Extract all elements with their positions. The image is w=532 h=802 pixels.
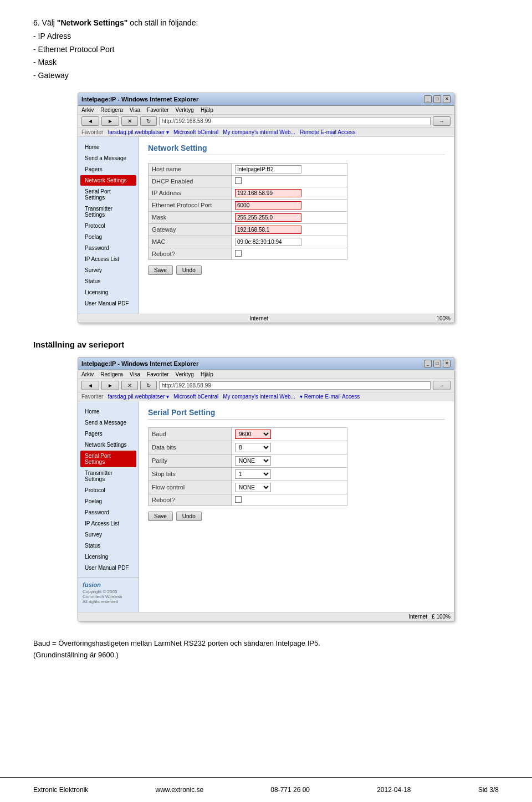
serial-menu-arkiv[interactable]: Arkiv bbox=[81, 371, 94, 377]
dhcp-checkbox[interactable] bbox=[235, 177, 242, 184]
ethernet-port-input[interactable] bbox=[235, 201, 301, 210]
serial-sidebar-network[interactable]: Network Settings bbox=[80, 440, 136, 450]
reboot-checkbox[interactable] bbox=[235, 250, 242, 257]
network-browser-body: Home Send a Message Pagers Network Setti… bbox=[78, 137, 454, 314]
serial-menu-redigera[interactable]: Redigera bbox=[100, 371, 123, 377]
sidebar-home[interactable]: Home bbox=[80, 142, 136, 152]
serial-refresh-button[interactable]: ↻ bbox=[140, 381, 157, 390]
sidebar-network-settings[interactable]: Network Settings bbox=[80, 175, 136, 186]
menu-redigera[interactable]: Redigera bbox=[100, 107, 123, 113]
serial-address-bar[interactable] bbox=[159, 381, 431, 390]
menu-arkiv[interactable]: Arkiv bbox=[81, 107, 94, 113]
footer-website: www.extronic.se bbox=[155, 786, 203, 794]
bullet4: - Gateway bbox=[33, 71, 69, 80]
serial-maximize-button[interactable]: □ bbox=[433, 360, 441, 367]
network-browser-title: Intelpage:IP - Windows Internet Explorer bbox=[81, 96, 198, 103]
serial-back-button[interactable]: ◄ bbox=[81, 381, 99, 390]
serial-toolbar: ◄ ► ✕ ↻ → bbox=[78, 379, 454, 392]
parity-select[interactable]: NONE bbox=[235, 456, 271, 466]
serial-sidebar-home[interactable]: Home bbox=[80, 406, 136, 417]
fav-email[interactable]: Remote E-mail Access bbox=[300, 129, 356, 135]
hostname-input[interactable] bbox=[235, 165, 301, 173]
field-value-gateway bbox=[232, 223, 347, 236]
serial-undo-button[interactable]: Undo bbox=[176, 512, 202, 521]
sidebar-protocol[interactable]: Protocol bbox=[80, 221, 136, 231]
serial-fav-email[interactable]: ▾ Remote E-mail Access bbox=[300, 394, 360, 400]
serial-reboot-checkbox[interactable] bbox=[235, 496, 242, 503]
serial-menu-visa[interactable]: Visa bbox=[130, 371, 140, 377]
menu-visa[interactable]: Visa bbox=[130, 107, 140, 113]
serial-fav-farsdag[interactable]: farsdag.pil.webbplatser ▾ bbox=[108, 394, 169, 400]
serial-close-button[interactable]: ✕ bbox=[443, 360, 451, 367]
refresh-button[interactable]: ↻ bbox=[140, 116, 157, 126]
stop-button[interactable]: ✕ bbox=[121, 116, 138, 126]
grundinstallning: (Grundinställning är 9600.) bbox=[33, 651, 119, 659]
serial-sidebar-licensing[interactable]: Licensing bbox=[80, 551, 136, 562]
go-button[interactable]: → bbox=[433, 116, 451, 126]
serial-sidebar-pagers[interactable]: Pagers bbox=[80, 428, 136, 439]
menu-verktyg[interactable]: Verktyg bbox=[176, 107, 194, 113]
serial-sidebar-poelag[interactable]: Poelag bbox=[80, 496, 136, 507]
sidebar-ip-access[interactable]: IP Access List bbox=[80, 254, 136, 264]
forward-button[interactable]: ► bbox=[101, 116, 119, 126]
serial-sidebar-password[interactable]: Password bbox=[80, 507, 136, 518]
sidebar-status[interactable]: Status bbox=[80, 276, 136, 287]
serial-fav-bcentral[interactable]: Microsoft bCentral bbox=[173, 394, 218, 400]
fav-bcentral[interactable]: Microsoft bCentral bbox=[173, 129, 218, 135]
sidebar-send-message[interactable]: Send a Message bbox=[80, 153, 136, 164]
flowcontrol-select[interactable]: NONE bbox=[235, 483, 271, 492]
databits-select[interactable]: 8 bbox=[235, 443, 271, 452]
sidebar-user-manual[interactable]: User Manual PDF bbox=[80, 298, 136, 309]
baud-select[interactable]: 9600 bbox=[235, 430, 271, 439]
sidebar-poelag[interactable]: Poelag bbox=[80, 232, 136, 242]
table-row: Parity NONE bbox=[149, 454, 347, 467]
serial-save-button[interactable]: Save bbox=[148, 512, 173, 521]
minimize-button[interactable]: _ bbox=[424, 95, 432, 103]
menu-hjälp[interactable]: Hjälp bbox=[201, 107, 213, 113]
field-label-ip: IP Address bbox=[149, 187, 232, 199]
undo-button[interactable]: Undo bbox=[176, 265, 202, 275]
network-favorites-bar: Favoriter farsdag.pil.webbplatser ▾ Micr… bbox=[78, 128, 454, 137]
back-button[interactable]: ◄ bbox=[81, 116, 99, 126]
serial-sidebar-protocol[interactable]: Protocol bbox=[80, 485, 136, 495]
serial-minimize-button[interactable]: _ bbox=[424, 360, 432, 367]
serial-sidebar-send-message[interactable]: Send a Message bbox=[80, 417, 136, 428]
maximize-button[interactable]: □ bbox=[433, 95, 441, 103]
fav-farsdag[interactable]: farsdag.pil.webbplatser ▾ bbox=[108, 129, 169, 135]
serial-menu-hjälp[interactable]: Hjälp bbox=[201, 371, 213, 377]
serial-menu-verktyg[interactable]: Verktyg bbox=[176, 371, 194, 377]
sidebar-licensing[interactable]: Licensing bbox=[80, 287, 136, 298]
serial-sidebar-serial-port[interactable]: Serial Port Settings bbox=[80, 451, 136, 467]
sidebar-serial-port[interactable]: Serial Port Settings bbox=[80, 186, 136, 203]
serial-menu-favoriter[interactable]: Favoriter bbox=[147, 371, 168, 377]
mac-input[interactable] bbox=[235, 238, 301, 246]
sidebar-password[interactable]: Password bbox=[80, 243, 136, 253]
save-button[interactable]: Save bbox=[148, 265, 173, 275]
menu-favoriter[interactable]: Favoriter bbox=[147, 107, 168, 113]
sidebar-pagers[interactable]: Pagers bbox=[80, 164, 136, 175]
serial-sidebar: Home Send a Message Pagers Network Setti… bbox=[78, 401, 139, 612]
serial-fav-internal[interactable]: My company's internal Web... bbox=[223, 394, 295, 400]
serial-sidebar-status[interactable]: Status bbox=[80, 540, 136, 551]
serial-sidebar-user-manual[interactable]: User Manual PDF bbox=[80, 563, 136, 573]
ip-address-input[interactable] bbox=[235, 189, 301, 197]
address-bar[interactable] bbox=[159, 117, 431, 125]
serial-browser-body: Home Send a Message Pagers Network Setti… bbox=[78, 401, 454, 612]
table-row: MAC bbox=[149, 236, 347, 248]
sidebar-survey[interactable]: Survey bbox=[80, 265, 136, 275]
fav-internal-web[interactable]: My company's internal Web... bbox=[223, 129, 295, 135]
serial-sidebar-transmitter[interactable]: Transmitter Settings bbox=[80, 468, 136, 484]
mask-input[interactable] bbox=[235, 213, 301, 222]
stopbits-select[interactable]: 1 bbox=[235, 469, 271, 479]
serial-sidebar-survey[interactable]: Survey bbox=[80, 529, 136, 540]
serial-stop-button[interactable]: ✕ bbox=[121, 381, 138, 390]
gateway-input[interactable] bbox=[235, 226, 301, 234]
sidebar-transmitter[interactable]: Transmitter Settings bbox=[80, 203, 136, 220]
serial-sidebar-ip-access[interactable]: IP Access List bbox=[80, 518, 136, 529]
network-browser-titlebar: Intelpage:IP - Windows Internet Explorer… bbox=[78, 93, 454, 106]
bottom-description: Baud = Överföringshastigeten mellan Larm… bbox=[33, 638, 499, 661]
close-button[interactable]: ✕ bbox=[443, 95, 451, 103]
serial-browser-titlebar: Intelpage:IP - Windows Internet Explorer… bbox=[78, 357, 454, 370]
serial-forward-button[interactable]: ► bbox=[101, 381, 119, 390]
serial-go-button[interactable]: → bbox=[433, 381, 451, 390]
